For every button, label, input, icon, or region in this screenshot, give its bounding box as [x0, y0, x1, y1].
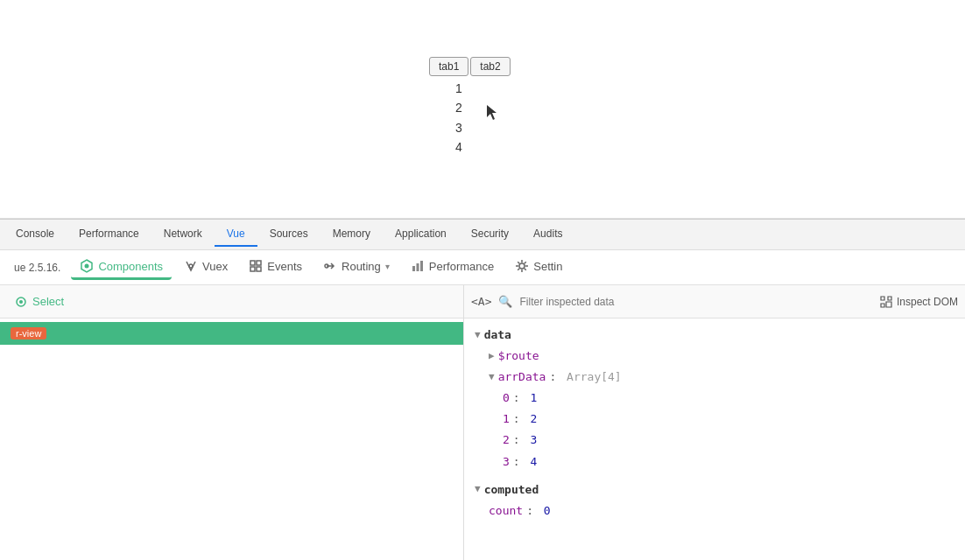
select-icon — [14, 295, 28, 309]
app-content: 1 2 3 4 — [455, 79, 462, 158]
tab-performance[interactable]: Performance — [67, 222, 151, 247]
data-section-header[interactable]: ▼ data — [475, 326, 954, 345]
arr-index-1: 1 — [503, 410, 510, 429]
computed-section-header[interactable]: ▼ computed — [475, 480, 954, 500]
tab-sources[interactable]: Sources — [257, 222, 320, 247]
data-arrow: ▼ — [475, 327, 481, 344]
vue-tool-settings[interactable]: Settin — [506, 255, 571, 280]
svg-rect-8 — [416, 263, 419, 271]
routing-chevron: ▾ — [385, 262, 390, 271]
mouse-cursor — [487, 105, 497, 121]
arrdata-type: Array[4] — [567, 368, 622, 387]
data-section-label: data — [484, 326, 511, 345]
inspect-dom-icon — [879, 295, 893, 309]
arr-index-0: 0 — [503, 388, 510, 408]
arr-value-1: 2 — [530, 410, 537, 429]
arr-item-2: 2 : 3 — [489, 430, 954, 450]
content-number-3: 3 — [455, 118, 462, 137]
inspect-dom-button[interactable]: Inspect DOM — [879, 295, 958, 309]
arrdata-key: arrData — [498, 368, 546, 387]
route-key: $route — [498, 346, 539, 366]
arrdata-item[interactable]: ▼ arrData : Array[4] 0 : 1 — [475, 368, 954, 471]
arr-item-1: 1 : 2 — [489, 410, 954, 429]
components-icon — [80, 259, 94, 273]
svg-rect-4 — [250, 267, 255, 271]
routing-icon — [323, 259, 337, 273]
settings-icon — [515, 259, 529, 273]
tab-network[interactable]: Network — [151, 222, 215, 247]
tab-audits[interactable]: Audits — [521, 222, 574, 247]
arr-value-0: 1 — [530, 388, 537, 408]
arr-item-3: 3 : 4 — [489, 452, 954, 472]
devtools-panel: Console Performance Network Vue Sources … — [0, 219, 965, 560]
vue-tool-components[interactable]: Components — [71, 255, 172, 280]
content-number-1: 1 — [455, 79, 462, 98]
arr-item-0: 0 : 1 — [489, 388, 954, 408]
component-list: r-view — [0, 318, 463, 560]
arr-index-3: 3 — [503, 452, 510, 472]
computed-section-label: computed — [484, 480, 539, 500]
select-button[interactable]: Select — [7, 291, 71, 312]
component-tag: r-view — [11, 327, 46, 340]
svg-rect-2 — [250, 261, 255, 265]
tab-security[interactable]: Security — [459, 222, 521, 247]
svg-point-12 — [19, 300, 23, 304]
tab-memory[interactable]: Memory — [320, 222, 383, 247]
content-number-4: 4 — [455, 137, 462, 157]
vuex-label: Vuex — [202, 260, 228, 273]
content-number-2: 2 — [455, 98, 462, 117]
routing-label: Routing — [342, 260, 381, 273]
arr-colon-3: : — [513, 452, 527, 472]
vue-toolbar: ue 2.5.16. Components Vuex — [0, 250, 965, 285]
route-item[interactable]: ▶ $route — [475, 346, 954, 366]
arr-value-2: 3 — [530, 430, 537, 450]
computed-section: ▼ computed count : 0 — [475, 480, 954, 521]
inspect-dom-label: Inspect DOM — [897, 296, 958, 308]
filter-input[interactable] — [519, 296, 871, 308]
component-item-router-view[interactable]: r-view — [0, 322, 463, 345]
route-arrow: ▶ — [489, 348, 495, 365]
tab-application[interactable]: Application — [383, 222, 459, 247]
components-label: Components — [98, 260, 163, 273]
count-key: count — [489, 501, 523, 521]
data-tree: ▼ data ▶ $route ▼ arrData : — [464, 318, 965, 560]
events-icon — [249, 259, 263, 273]
vue-tool-vuex[interactable]: Vuex — [175, 255, 236, 280]
svg-rect-9 — [420, 261, 423, 271]
angle-bracket-icon: <A> — [471, 295, 491, 308]
computed-arrow: ▼ — [475, 481, 481, 498]
devtools-tab-bar: Console Performance Network Vue Sources … — [0, 220, 965, 250]
select-label: Select — [32, 295, 64, 308]
count-colon: : — [526, 501, 540, 521]
svg-point-0 — [85, 264, 89, 269]
browser-viewport: tab1 tab2 1 2 3 4 — [0, 0, 965, 219]
vue-tool-routing[interactable]: Routing ▾ — [314, 255, 398, 280]
vue-tool-performance[interactable]: Performance — [402, 255, 503, 280]
right-panel: <A> 🔍 Inspect DOM ▼ data — [464, 285, 965, 560]
arr-index-2: 2 — [503, 430, 510, 450]
tab-vue[interactable]: Vue — [215, 222, 257, 247]
svg-rect-5 — [257, 267, 261, 271]
arrdata-colon: : — [549, 368, 563, 387]
count-value: 0 — [544, 501, 551, 521]
arr-colon-1: : — [513, 410, 527, 429]
arr-colon-0: : — [513, 388, 527, 408]
performance-icon — [411, 259, 425, 273]
vuex-icon — [184, 259, 198, 273]
svg-point-10 — [519, 263, 525, 269]
arr-value-3: 4 — [530, 452, 537, 472]
browser-tab-1[interactable]: tab1 — [429, 57, 468, 76]
vue-tool-events[interactable]: Events — [240, 255, 311, 280]
svg-rect-3 — [257, 261, 261, 265]
search-icon: 🔍 — [498, 295, 512, 308]
count-item: count : 0 — [475, 501, 954, 521]
tab-console[interactable]: Console — [4, 222, 67, 247]
left-panel: Select r-view — [0, 285, 464, 560]
svg-point-1 — [189, 264, 193, 268]
svg-rect-7 — [412, 266, 415, 271]
arr-colon-2: : — [513, 430, 527, 450]
vue-version-text: ue 2.5.16. — [7, 262, 67, 274]
settings-label: Settin — [533, 260, 562, 273]
browser-tab-2[interactable]: tab2 — [470, 57, 510, 76]
devtools-main: Select r-view <A> 🔍 Inspect DOM — [0, 285, 965, 560]
